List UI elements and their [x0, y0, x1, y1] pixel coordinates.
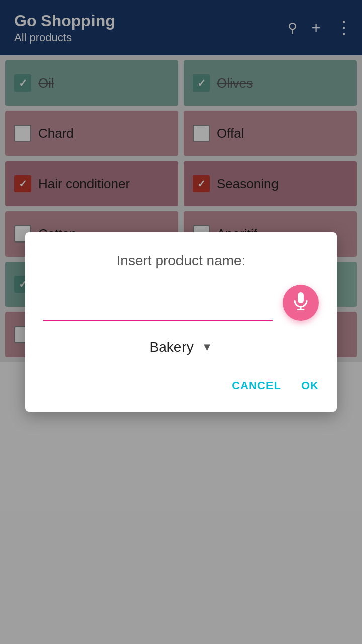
category-dropdown[interactable]: Bakery ▼: [43, 339, 319, 355]
insert-product-dialog: Insert product name: Bakery ▼ CANCEL O: [25, 232, 337, 412]
dialog-title: Insert product name:: [43, 253, 319, 269]
chevron-down-icon: ▼: [202, 341, 213, 354]
mic-button[interactable]: [283, 285, 319, 321]
product-name-input[interactable]: [43, 298, 273, 321]
ok-button[interactable]: OK: [301, 375, 319, 396]
svg-rect-0: [298, 292, 304, 303]
microphone-icon: [293, 292, 308, 314]
dialog-overlay[interactable]: Insert product name: Bakery ▼ CANCEL O: [0, 0, 362, 644]
dropdown-selected-label: Bakery: [150, 339, 194, 355]
dialog-input-row: [43, 285, 319, 321]
dialog-buttons: CANCEL OK: [43, 375, 319, 396]
cancel-button[interactable]: CANCEL: [232, 375, 281, 396]
